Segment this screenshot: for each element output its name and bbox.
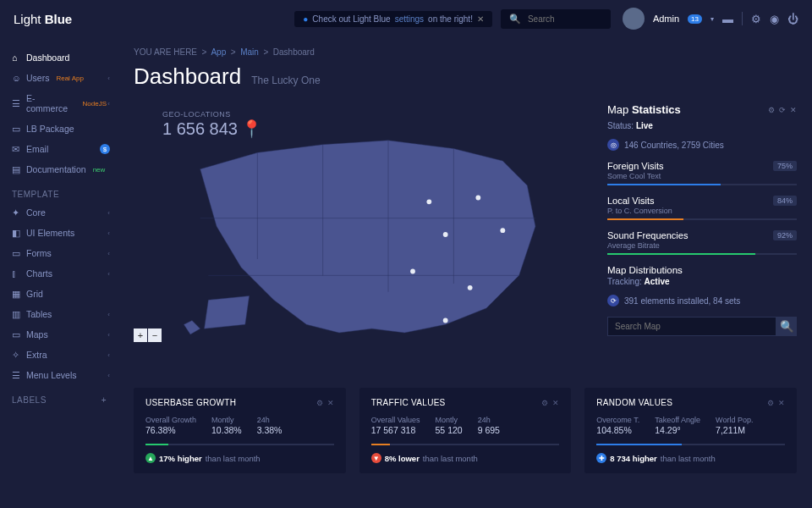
sidebar-item-e-commerce[interactable]: ☰E-commerceNodeJS‹ bbox=[0, 88, 118, 119]
foot-text: than last month bbox=[423, 454, 478, 463]
tag: new bbox=[93, 166, 106, 174]
sidebar-item-label: UI Elements bbox=[26, 228, 74, 238]
geo-label: GEO-LOCATIONS bbox=[162, 110, 262, 119]
chat-icon[interactable]: ▬ bbox=[722, 13, 733, 25]
close-icon[interactable]: ✕ bbox=[327, 399, 334, 407]
gear-icon[interactable]: ⚙ bbox=[541, 399, 548, 407]
card-userbase-growth: USERBASE GROWTH⚙✕Overall Growth76.38%Mon… bbox=[134, 388, 346, 473]
countries-info: ◎ 146 Countries, 2759 Cities bbox=[607, 139, 797, 151]
sidebar-item-dashboard[interactable]: ⌂Dashboard bbox=[0, 47, 118, 68]
stat-label: Overcome T. bbox=[596, 416, 639, 424]
card-traffic-values: TRAFFIC VALUES⚙✕Overall Values17 567 318… bbox=[359, 388, 572, 473]
nav-icon: ▤ bbox=[12, 164, 20, 174]
tag: Real App bbox=[56, 75, 83, 82]
metric-local-visits: Local Visits84%P. to C. Conversion bbox=[607, 196, 797, 220]
panel-title: Map Statistics bbox=[607, 103, 681, 116]
chevron-down-icon[interactable]: ▾ bbox=[710, 15, 714, 23]
promo-banner: ● Check out Light Blue settings on the r… bbox=[294, 11, 492, 27]
sidebar-section-labels: LABELS+ bbox=[0, 385, 118, 408]
sidebar-item-label: LB Package bbox=[26, 124, 74, 134]
sidebar: ⌂Dashboard☺UsersReal App‹☰E-commerceNode… bbox=[0, 37, 118, 508]
gear-icon[interactable]: ⚙ bbox=[316, 399, 323, 407]
map-statistics-panel: Map Statistics ⚙ ⟳ ✕ Status: Live ◎ 146 … bbox=[607, 103, 797, 374]
stat-value: 17 567 318 bbox=[371, 425, 420, 435]
nav-icon: ✧ bbox=[12, 350, 20, 360]
gear-icon[interactable]: ⚙ bbox=[751, 13, 761, 25]
stat-label: Montly bbox=[436, 416, 463, 424]
metric-pct: 92% bbox=[773, 230, 797, 240]
sidebar-item-documentation[interactable]: ▤Documentationnew bbox=[0, 159, 118, 179]
trend-icon: ▼ bbox=[371, 453, 381, 463]
trend-icon: ✚ bbox=[596, 453, 606, 463]
svg-point-3 bbox=[500, 228, 505, 233]
svg-point-5 bbox=[468, 285, 473, 290]
sidebar-item-menu-levels[interactable]: ☰Menu Levels‹ bbox=[0, 365, 118, 385]
add-label-icon[interactable]: + bbox=[102, 395, 107, 405]
logo[interactable]: Light Blue bbox=[14, 12, 72, 26]
metric-title: Foreign Visits bbox=[607, 161, 663, 171]
sidebar-item-forms[interactable]: ▭Forms‹ bbox=[0, 243, 118, 263]
close-icon[interactable]: ✕ bbox=[477, 14, 484, 24]
metric-foreign-visits: Foreign Visits75%Some Cool Text bbox=[607, 161, 797, 185]
dist-title: Map Distributions bbox=[607, 265, 797, 275]
chevron-left-icon: ‹ bbox=[107, 250, 110, 257]
close-icon[interactable]: ✕ bbox=[552, 399, 559, 407]
stat-value: 55 120 bbox=[436, 425, 463, 435]
nav-icon: ▦ bbox=[12, 289, 20, 299]
sidebar-item-maps[interactable]: ▭Maps‹ bbox=[0, 324, 118, 345]
metric-sub: Some Cool Text bbox=[607, 172, 797, 180]
nav-icon: ☰ bbox=[12, 370, 20, 380]
close-icon[interactable]: ✕ bbox=[790, 106, 797, 114]
metric-pct: 84% bbox=[773, 196, 797, 206]
cycle-icon: ⟳ bbox=[607, 295, 619, 306]
power-icon[interactable]: ⏻ bbox=[787, 13, 798, 25]
sidebar-item-core[interactable]: ✦Core‹ bbox=[0, 202, 118, 223]
chevron-left-icon: ‹ bbox=[107, 270, 110, 278]
stat-label: 24h bbox=[257, 416, 283, 424]
gear-icon[interactable]: ⚙ bbox=[768, 106, 775, 114]
zoom-out-button[interactable]: − bbox=[148, 329, 162, 342]
chevron-left-icon: ‹ bbox=[107, 311, 110, 318]
sidebar-item-label: Users bbox=[26, 73, 49, 83]
search-input[interactable] bbox=[528, 14, 602, 24]
sidebar-item-label: Grid bbox=[26, 289, 43, 299]
search-icon: 🔍 bbox=[509, 14, 521, 25]
tag: NodeJS bbox=[83, 100, 107, 108]
banner-settings-link[interactable]: settings bbox=[395, 14, 424, 24]
search-map-input[interactable] bbox=[607, 317, 776, 336]
foot-text: than last month bbox=[206, 454, 261, 463]
map-area[interactable]: GEO-LOCATIONS 1 656 843 📍 + − bbox=[134, 103, 594, 374]
sidebar-item-tables[interactable]: ▥Tables‹ bbox=[0, 304, 118, 324]
sidebar-item-label: Dashboard bbox=[26, 52, 69, 63]
dollar-badge: $ bbox=[100, 144, 110, 154]
sidebar-item-ui-elements[interactable]: ◧UI Elements‹ bbox=[0, 223, 118, 243]
sidebar-item-charts[interactable]: ⫿Charts‹ bbox=[0, 263, 118, 284]
nav-icon: ⌂ bbox=[12, 52, 20, 63]
trend-icon: ▲ bbox=[145, 453, 156, 463]
sidebar-item-users[interactable]: ☺UsersReal App‹ bbox=[0, 68, 118, 88]
sidebar-item-label: Maps bbox=[26, 329, 48, 340]
sidebar-item-extra[interactable]: ✧Extra‹ bbox=[0, 345, 118, 365]
chevron-left-icon: ‹ bbox=[107, 209, 110, 217]
sidebar-item-label: Tables bbox=[26, 309, 52, 319]
avatar[interactable] bbox=[623, 8, 645, 30]
bc-app[interactable]: App bbox=[211, 47, 226, 57]
bc-main[interactable]: Main bbox=[240, 47, 259, 57]
metric-title: Sound Frequencies bbox=[607, 230, 688, 240]
sidebar-item-lb-package[interactable]: ▭LB Package bbox=[0, 119, 118, 139]
globe-icon[interactable]: ◉ bbox=[770, 13, 779, 25]
close-icon[interactable]: ✕ bbox=[778, 399, 785, 407]
zoom-in-button[interactable]: + bbox=[134, 329, 147, 342]
sidebar-item-email[interactable]: ✉Email$ bbox=[0, 139, 118, 159]
sidebar-item-grid[interactable]: ▦Grid bbox=[0, 284, 118, 304]
chevron-left-icon: ‹ bbox=[107, 75, 110, 82]
us-map[interactable] bbox=[134, 112, 594, 357]
gear-icon[interactable]: ⚙ bbox=[767, 399, 774, 407]
refresh-icon[interactable]: ⟳ bbox=[779, 106, 786, 114]
stat-value: 104.85% bbox=[596, 425, 639, 435]
search-map-button[interactable]: 🔍 bbox=[776, 317, 797, 336]
nav-icon: ✉ bbox=[12, 144, 20, 154]
global-search[interactable]: 🔍 bbox=[501, 9, 611, 29]
stat-value: 7,211M bbox=[716, 425, 753, 435]
nav-icon: ◧ bbox=[12, 228, 20, 238]
